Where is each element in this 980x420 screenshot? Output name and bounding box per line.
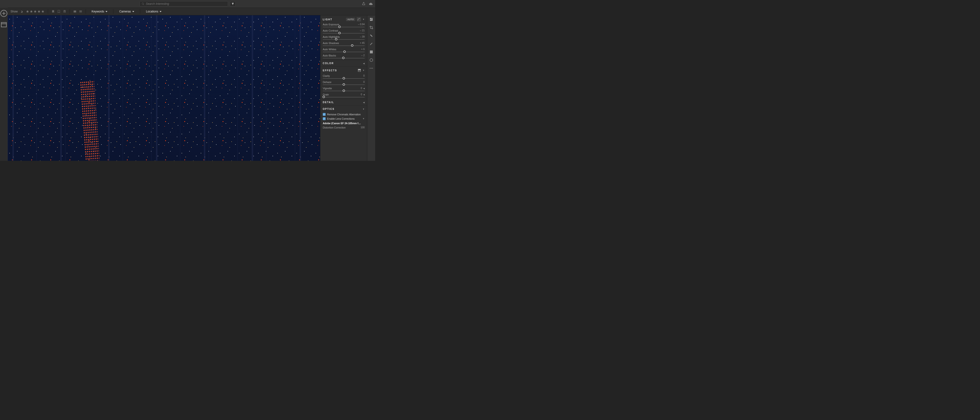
expand-icon: ◀ — [363, 62, 364, 65]
star-icon — [33, 10, 37, 13]
light-section-header[interactable]: LIGHT AUTO ▼ — [320, 15, 367, 22]
checkbox-checked-icon: ✓ — [323, 113, 326, 116]
dropdown-icon[interactable]: ▼ — [363, 118, 364, 120]
list-view-icon[interactable] — [79, 10, 82, 13]
brush-icon[interactable] — [369, 41, 374, 46]
right-toolstrip — [367, 15, 375, 161]
star-icon — [30, 10, 33, 13]
svg-rect-2 — [73, 11, 76, 13]
svg-rect-8 — [370, 35, 372, 37]
filter-bar: Show ≥ Keywords Camera — [8, 8, 375, 15]
gte-symbol[interactable]: ≥ — [21, 10, 23, 13]
svg-point-5 — [370, 18, 371, 19]
checkbox-checked-icon: ✓ — [323, 117, 326, 120]
svg-point-13 — [372, 68, 373, 69]
remove-ca-checkbox[interactable]: ✓ Remove Chromatic Aberration — [320, 112, 367, 116]
edit-panel: LIGHT AUTO ▼ Auto Exposure– 0.94 Auto Co… — [320, 15, 367, 161]
svg-point-12 — [371, 68, 372, 69]
slider-auto blacks[interactable]: Auto Blacks– 2 — [320, 54, 367, 60]
flag-filters[interactable] — [51, 10, 66, 13]
slider-vignette[interactable]: Vignette0 ◀ — [320, 86, 367, 92]
expand-icon: ◀ — [363, 101, 364, 103]
view-mode[interactable] — [73, 10, 82, 13]
svg-rect-9 — [370, 51, 373, 53]
archive-icon[interactable] — [0, 21, 8, 28]
more-icon[interactable] — [369, 66, 374, 70]
grid-view-icon[interactable] — [73, 10, 76, 13]
funnel-icon — [231, 2, 234, 5]
optics-section-header[interactable]: OPTICS ▼ — [320, 105, 367, 112]
collapse-icon[interactable]: ▼ — [363, 108, 364, 110]
collapse-icon[interactable]: ▼ — [363, 69, 364, 72]
search-icon — [142, 2, 144, 5]
svg-point-6 — [372, 19, 372, 20]
lens-profile[interactable]: Adobe (Canon EF 24-105mm f/3.5-5.... — [320, 121, 367, 126]
cameras-dropdown[interactable]: Cameras — [117, 10, 137, 13]
left-toolbar — [0, 8, 8, 161]
auto-button[interactable]: AUTO — [346, 18, 355, 21]
split-tone-icon[interactable] — [358, 69, 361, 72]
search-field[interactable] — [140, 1, 228, 6]
effects-section-header[interactable]: EFFECTS ▼ — [320, 67, 367, 74]
svg-point-10 — [370, 59, 373, 62]
slider-dehaze[interactable]: Dehaze0 — [320, 80, 367, 86]
filter-button[interactable] — [230, 1, 235, 6]
flag-picked-icon[interactable] — [51, 10, 55, 13]
distortion-slider[interactable]: Distortion Correction100 — [320, 126, 367, 131]
edit-sliders-icon[interactable] — [369, 17, 374, 22]
slider-auto exposure[interactable]: Auto Exposure– 0.94 — [320, 22, 367, 29]
share-icon[interactable] — [362, 2, 366, 6]
slider-auto whites[interactable]: Auto Whites+ 6 — [320, 48, 367, 54]
search-input[interactable] — [146, 2, 226, 5]
rating-filter[interactable] — [26, 10, 45, 13]
slider-auto highlights[interactable]: Auto Highlights– 39 — [320, 35, 367, 41]
star-icon — [26, 10, 29, 13]
show-label: Show — [11, 10, 18, 13]
star-icon — [37, 10, 41, 13]
collapse-icon[interactable]: ▼ — [363, 18, 364, 21]
healing-icon[interactable] — [369, 33, 374, 38]
radial-gradient-icon[interactable] — [369, 58, 374, 62]
tone-curve-button[interactable] — [357, 17, 361, 22]
star-icon — [41, 10, 45, 13]
keywords-dropdown[interactable]: Keywords — [89, 10, 110, 13]
add-photo-icon[interactable] — [0, 10, 8, 17]
crop-icon[interactable] — [369, 25, 374, 30]
slider-auto shadows[interactable]: Auto Shadows+ 45 — [320, 41, 367, 48]
svg-rect-1 — [1, 22, 6, 27]
slider-grain[interactable]: Grain0 ◀ — [320, 92, 367, 99]
detail-section-header[interactable]: DETAIL ◀ — [320, 99, 367, 105]
svg-rect-4 — [358, 69, 361, 70]
slider-auto contrast[interactable]: Auto Contrast– 21 — [320, 29, 367, 35]
flag-unflagged-icon[interactable] — [57, 10, 60, 13]
cloud-icon[interactable] — [369, 2, 373, 6]
color-section-header[interactable]: COLOR ◀ — [320, 60, 367, 67]
enable-lens-checkbox[interactable]: ✓ Enable Lens Corrections ▼ — [320, 116, 367, 121]
slider-clarity[interactable]: Clarity0 — [320, 74, 367, 80]
locations-dropdown[interactable]: Locations — [143, 10, 164, 13]
image-canvas[interactable] — [8, 15, 320, 161]
svg-point-7 — [371, 20, 371, 21]
linear-gradient-icon[interactable] — [369, 50, 374, 54]
top-bar — [0, 0, 375, 8]
curve-icon — [358, 18, 360, 21]
flag-rejected-icon[interactable] — [63, 10, 66, 13]
svg-point-11 — [370, 68, 371, 69]
